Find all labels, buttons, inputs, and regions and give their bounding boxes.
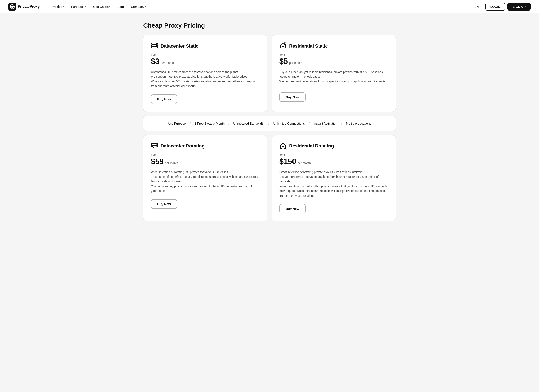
card-description: Unmatched DC proxies from the fastest lo…	[151, 70, 260, 89]
card-title: Datacenter Static	[161, 43, 198, 49]
svg-point-13	[156, 144, 157, 144]
card-title: Residential Static	[289, 43, 328, 49]
price-period: per month	[289, 61, 302, 65]
card-title: Datacenter Rotating	[161, 143, 205, 149]
nav-blog[interactable]: Blog	[115, 3, 127, 10]
feature-activation: Instant Activation	[313, 121, 337, 126]
card-description: Great selection of rotating private prox…	[279, 170, 388, 198]
nav-company[interactable]: Company ▾	[128, 3, 149, 10]
brand-name: PrivateProxy.	[18, 5, 40, 9]
top-cards-grid: Datacenter Static from $3 per month Unma…	[143, 35, 396, 112]
separator: /	[225, 121, 233, 126]
datacenter-rotating-icon	[151, 142, 158, 150]
card-header: Residential Rotating	[279, 142, 388, 150]
price-period: per month	[165, 161, 178, 165]
nav-purposes[interactable]: Purposes ▾	[68, 3, 89, 10]
svg-point-10	[284, 43, 285, 44]
card-description: Buy our super fast yet reliable resident…	[279, 70, 388, 86]
card-price: $3 per month	[151, 57, 260, 66]
card-price: $150 per month	[279, 157, 388, 166]
svg-point-7	[156, 43, 157, 44]
from-label: from	[151, 153, 260, 156]
brand-logo-icon	[8, 3, 16, 10]
chevron-down-icon: ▾	[109, 5, 110, 8]
login-button[interactable]: LOGIN	[485, 3, 505, 10]
price-amount: $150	[279, 157, 296, 166]
price-period: per month	[298, 161, 311, 165]
feature-connections: Unlimited Connections	[273, 121, 305, 126]
separator: /	[337, 121, 346, 126]
card-title: Residential Rotating	[289, 143, 334, 149]
card-price: $5 per month	[279, 57, 388, 66]
card-header: Residential Static	[279, 42, 388, 50]
residential-icon	[279, 42, 287, 50]
datacenter-rotating-buy-button[interactable]: Buy Now	[151, 199, 177, 209]
chevron-down-icon: ▾	[85, 5, 86, 8]
card-header: Datacenter Rotating	[151, 142, 260, 150]
chevron-down-icon: ▾	[145, 5, 146, 8]
bottom-cards-grid: Datacenter Rotating from $59 per month W…	[143, 135, 396, 221]
svg-rect-6	[151, 47, 158, 48]
residential-rotating-buy-button[interactable]: Buy Now	[279, 204, 305, 213]
residential-rotating-icon	[279, 142, 287, 150]
brand-logo[interactable]: PrivateProxy.	[8, 3, 40, 10]
language-selector[interactable]: EN ▾	[472, 3, 483, 10]
feature-bandwidth: Unmetered Bandwidth	[233, 121, 265, 126]
price-period: per month	[161, 61, 174, 65]
residential-static-card: Residential Static from $5 per month Buy…	[272, 35, 396, 112]
residential-rotating-card: Residential Rotating from $150 per month…	[272, 135, 396, 221]
feature-free-swap: 1 Free Swap a Month	[195, 121, 225, 126]
datacenter-static-card: Datacenter Static from $3 per month Unma…	[143, 35, 267, 112]
svg-rect-3	[10, 6, 15, 7]
separator: /	[265, 121, 273, 126]
price-amount: $59	[151, 157, 164, 166]
features-strip: Any Purpose / 1 Free Swap a Month / Unme…	[143, 116, 396, 131]
navigation: PrivateProxy. Proxies ▾ Purposes ▾ Use C…	[0, 0, 539, 14]
chevron-down-icon: ▾	[63, 5, 64, 8]
page-title: Cheap Proxy Pricing	[143, 22, 396, 29]
nav-actions: EN ▾ LOGIN SIGN UP	[472, 3, 531, 10]
from-label: from	[279, 53, 388, 56]
chevron-down-icon: ▾	[480, 6, 481, 8]
card-price: $59 per month	[151, 157, 260, 166]
main-content: Cheap Proxy Pricing Datacenter Static fr…	[137, 14, 402, 234]
separator: /	[305, 121, 313, 126]
svg-point-8	[156, 45, 157, 46]
feature-locations: Multiple Locations	[346, 121, 371, 126]
price-amount: $3	[151, 57, 159, 66]
from-label: from	[279, 153, 388, 156]
price-amount: $5	[279, 57, 288, 66]
datacenter-icon	[151, 42, 158, 50]
datacenter-static-buy-button[interactable]: Buy Now	[151, 94, 177, 104]
card-description: Wide selection of rotating DC proxies fo…	[151, 170, 260, 193]
datacenter-rotating-card: Datacenter Rotating from $59 per month W…	[143, 135, 267, 221]
svg-point-14	[156, 146, 157, 146]
from-label: from	[151, 53, 260, 56]
nav-proxies[interactable]: Proxies ▾	[49, 3, 67, 10]
signup-button[interactable]: SIGN UP	[507, 3, 531, 10]
separator: /	[186, 121, 195, 126]
nav-links: Proxies ▾ Purposes ▾ Use Cases ▾ Blog Co…	[49, 3, 472, 10]
residential-static-buy-button[interactable]: Buy Now	[279, 92, 305, 102]
card-header: Datacenter Static	[151, 42, 260, 50]
nav-use-cases[interactable]: Use Cases ▾	[90, 3, 113, 10]
feature-any-purpose: Any Purpose	[168, 121, 186, 126]
